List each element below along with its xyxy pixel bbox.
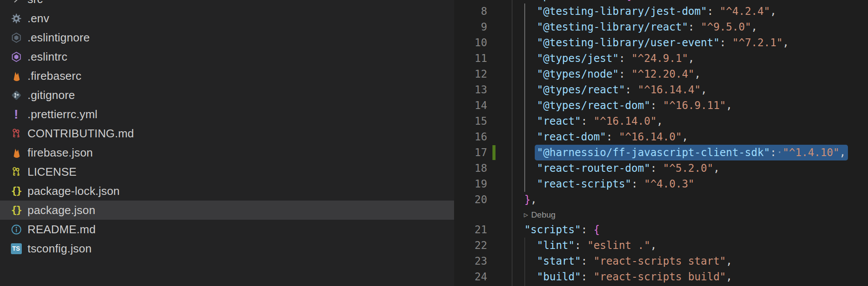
line-number[interactable]: 17 bbox=[454, 145, 487, 160]
code-token: "^16.14.0" bbox=[594, 115, 657, 127]
code-token: "start" bbox=[537, 255, 581, 267]
code-editor[interactable]: 7"dependencies": {8"@testing-library/jes… bbox=[454, 0, 868, 286]
code-line-17[interactable]: 17"@harnessio/ff-javascript-client-sdk":… bbox=[454, 145, 868, 160]
code-line-16[interactable]: 16"react-dom": "^16.14.0", bbox=[454, 129, 868, 145]
file-label: .gitignore bbox=[27, 89, 75, 102]
sidebar-item-license[interactable]: LICENSE bbox=[0, 162, 454, 181]
firebase-icon bbox=[10, 69, 23, 82]
sidebar-item-readme-md[interactable]: README.md bbox=[0, 220, 454, 239]
code-line-22[interactable]: 22"lint": "eslint .", bbox=[454, 238, 868, 253]
code-token: "react-scripts build" bbox=[594, 271, 726, 283]
code-token: : bbox=[632, 178, 644, 190]
code-token: "@testing-library/react" bbox=[537, 21, 688, 33]
code-token: , bbox=[701, 84, 707, 96]
sidebar-item-eslintrc[interactable]: .eslintrc bbox=[0, 47, 454, 66]
line-number[interactable]: 18 bbox=[454, 160, 487, 176]
line-number[interactable]: 7 bbox=[454, 0, 487, 3]
line-number[interactable]: 22 bbox=[454, 238, 487, 253]
code-token: , bbox=[688, 52, 694, 65]
line-number[interactable]: 24 bbox=[454, 269, 487, 285]
line-number[interactable]: 20 bbox=[454, 192, 487, 208]
line-number[interactable]: 8 bbox=[454, 3, 487, 19]
code-token: "scripts" bbox=[524, 224, 581, 236]
code-token: : bbox=[581, 271, 594, 283]
code-token: , bbox=[694, 68, 701, 80]
line-number[interactable]: 14 bbox=[454, 98, 487, 113]
sidebar-item-contributing-md[interactable]: CONTRIBUTING.md bbox=[0, 124, 454, 143]
file-explorer-sidebar: src.env.eslintignore.eslintrc.firebaserc… bbox=[0, 0, 454, 286]
sidebar-item-src[interactable]: src bbox=[0, 0, 454, 9]
code-line-10[interactable]: 10"@testing-library/user-event": "^7.2.1… bbox=[454, 35, 868, 51]
code-token: "^4.0.3" bbox=[644, 178, 694, 190]
code-token: , bbox=[682, 131, 688, 143]
line-number[interactable]: 11 bbox=[454, 51, 487, 66]
code-line-24[interactable]: 24"build": "react-scripts build", bbox=[454, 269, 868, 285]
code-token: "^16.9.11" bbox=[663, 99, 726, 112]
file-label: .eslintignore bbox=[27, 31, 90, 44]
code-token: "^4.2.4" bbox=[720, 5, 770, 17]
codelens-row: ▷Debug bbox=[454, 208, 868, 222]
file-label: tsconfig.json bbox=[27, 242, 92, 255]
code-token: , bbox=[839, 146, 845, 159]
code-token: "^16.14.4" bbox=[638, 84, 701, 96]
code-line-18[interactable]: 18"react-router-dom": "^5.2.0", bbox=[454, 160, 868, 176]
code-token: , bbox=[726, 99, 732, 112]
code-line-20[interactable]: 20}, bbox=[454, 192, 868, 208]
code-token: , bbox=[726, 271, 732, 283]
code-line-19[interactable]: 19"react-scripts": "^4.0.3" bbox=[454, 176, 868, 192]
code-token: "^9.5.0" bbox=[701, 21, 751, 33]
sidebar-item-gitignore[interactable]: .gitignore bbox=[0, 85, 454, 105]
code-token: "^16.14.0" bbox=[619, 131, 682, 143]
code-token: "^24.9.1" bbox=[632, 52, 688, 65]
line-number[interactable]: 9 bbox=[454, 19, 487, 35]
sidebar-item-firebase-json[interactable]: firebase.json bbox=[0, 143, 454, 162]
text-selection: "@harnessio/ff-javascript-client-sdk":·"… bbox=[535, 145, 848, 160]
code-line-11[interactable]: 11"@types/jest": "^24.9.1", bbox=[454, 51, 868, 66]
code-line-12[interactable]: 12"@types/node": "^12.20.4", bbox=[454, 66, 868, 82]
code-line-13[interactable]: 13"@types/react": "^16.14.4", bbox=[454, 82, 868, 98]
line-number[interactable]: 13 bbox=[454, 82, 487, 98]
code-token: : bbox=[707, 5, 720, 17]
code-line-14[interactable]: 14"@types/react-dom": "^16.9.11", bbox=[454, 98, 868, 113]
code-line-15[interactable]: 15"react": "^16.14.0", bbox=[454, 113, 868, 129]
code-token: "react-dom" bbox=[537, 131, 606, 143]
line-number[interactable]: 21 bbox=[454, 222, 487, 238]
sidebar-item-firebaserc[interactable]: .firebaserc bbox=[0, 66, 454, 85]
code-token: , bbox=[770, 5, 776, 17]
code-token: "@types/react" bbox=[537, 84, 625, 96]
code-line-8[interactable]: 8"@testing-library/jest-dom": "^4.2.4", bbox=[454, 3, 868, 19]
file-label: .env bbox=[27, 12, 49, 25]
code-token: : bbox=[619, 52, 632, 65]
line-number[interactable]: 23 bbox=[454, 253, 487, 269]
codelens-label: Debug bbox=[531, 208, 556, 222]
code-line-7[interactable]: 7"dependencies": { bbox=[454, 0, 868, 3]
code-token: , bbox=[783, 37, 789, 49]
code-token: , bbox=[751, 21, 757, 33]
code-line-23[interactable]: 23"start": "react-scripts start", bbox=[454, 253, 868, 269]
code-token: , bbox=[713, 162, 719, 174]
line-number[interactable]: 19 bbox=[454, 176, 487, 192]
code-line-21[interactable]: 21"scripts": { bbox=[454, 222, 868, 238]
sidebar-item-package-lock-json[interactable]: {}package-lock.json bbox=[0, 181, 454, 201]
code-token: , bbox=[530, 194, 537, 206]
code-token: , bbox=[656, 115, 663, 127]
code-line-9[interactable]: 9"@testing-library/react": "^9.5.0", bbox=[454, 19, 868, 35]
sidebar-item-env[interactable]: .env bbox=[0, 9, 454, 28]
file-label: package-lock.json bbox=[27, 184, 120, 198]
line-number[interactable]: 16 bbox=[454, 129, 487, 145]
line-number[interactable]: 10 bbox=[454, 35, 487, 51]
codelens-debug-link[interactable]: ▷Debug bbox=[524, 208, 556, 222]
git-icon bbox=[10, 89, 23, 102]
sidebar-item-prettierrc-yml[interactable]: !.prettierrc.yml bbox=[0, 105, 454, 124]
line-number[interactable]: 15 bbox=[454, 113, 487, 129]
code-lines: 7"dependencies": {8"@testing-library/jes… bbox=[454, 0, 868, 285]
chevron-right-icon bbox=[10, 0, 23, 6]
sidebar-item-eslintignore[interactable]: .eslintignore bbox=[0, 28, 454, 47]
code-token: : bbox=[581, 255, 594, 267]
sidebar-item-tsconfig-json[interactable]: TStsconfig.json bbox=[0, 239, 454, 258]
sidebar-item-package-json[interactable]: {}package.json bbox=[0, 201, 454, 220]
code-token: "@harnessio/ff-javascript-client-sdk" bbox=[537, 146, 770, 159]
code-token: "^7.2.1" bbox=[732, 37, 783, 49]
line-number[interactable]: 12 bbox=[454, 66, 487, 82]
code-token: "build" bbox=[537, 271, 581, 283]
